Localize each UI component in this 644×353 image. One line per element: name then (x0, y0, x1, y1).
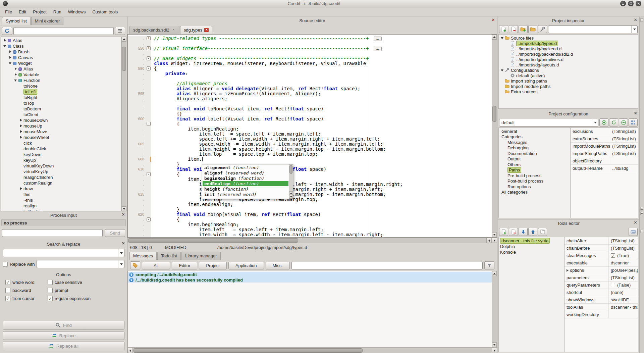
expand-arrow-icon[interactable] (8, 56, 12, 59)
message-row[interactable]: icompiling /.../build/sdg.coedit (128, 272, 492, 277)
scrollbar-thumb[interactable] (133, 348, 363, 353)
code-line[interactable]: .- { (128, 217, 492, 222)
property-row[interactable]: executabledscanner (565, 259, 638, 267)
code-line[interactable]: 595 alias Aligners = izEnumProcs!(Aligne… (128, 91, 492, 96)
tag-button[interactable] (130, 261, 140, 269)
property-value[interactable]: (TStringList) (610, 143, 638, 150)
symbol-tree-item[interactable]: Class (1, 43, 121, 49)
dock-button[interactable] (640, 18, 643, 22)
close-icon[interactable]: × (171, 28, 176, 32)
keyboard-button[interactable] (629, 228, 638, 236)
add-config-button[interactable] (599, 118, 608, 127)
property-value[interactable]: (TStringList) (610, 150, 638, 157)
title-bar[interactable]: Coedit - /.../build/sdg.coedit (0, 0, 644, 7)
message-row[interactable]: i/.../build/sdg.coedit has been successf… (128, 277, 492, 283)
code-line[interactable]: . item.beginRealign; (128, 177, 492, 182)
fold-marker[interactable]: - (147, 217, 151, 221)
project-tree-item[interactable]: ../import/sdg/backends/sdl2.d (499, 51, 638, 57)
scroll-down-icon[interactable] (122, 206, 126, 211)
code-line[interactable]: . alias Aligner = void delegate(Visual i… (128, 86, 492, 91)
funnel-button[interactable] (484, 261, 494, 269)
checkbox[interactable]: ✓ (48, 296, 53, 301)
filter-misc[interactable]: Misc. (266, 262, 290, 269)
property-row[interactable]: showWindowsswoHIDE (565, 296, 638, 304)
code-line[interactable]: . (128, 41, 492, 46)
dock-button[interactable] (640, 230, 643, 233)
property-value[interactable]: dscanner (609, 259, 638, 266)
move-up-button[interactable] (528, 228, 537, 236)
code-line[interactable]: 620 final void toTop(Visual item, ref Re… (128, 212, 492, 217)
close-icon[interactable]: × (121, 241, 126, 246)
property-value[interactable]: (TStringList) (609, 245, 638, 252)
editor-vertical-scrollbar[interactable] (492, 35, 497, 237)
symbol-tree-item[interactable]: keyDown (1, 152, 121, 157)
scroll-left-icon[interactable] (127, 348, 133, 353)
property-row[interactable]: objectDirectory (571, 157, 638, 165)
expand-arrow-icon[interactable] (19, 136, 23, 139)
menu-project[interactable]: Project (30, 8, 49, 16)
messages-vertical-scrollbar[interactable] (492, 271, 497, 347)
scrollbar-thumb[interactable] (122, 47, 126, 71)
symbol-tree-item[interactable]: toClient (1, 112, 121, 117)
config-category[interactable]: Run options (499, 184, 570, 190)
symbol-tree-item[interactable]: Canvas (1, 55, 121, 60)
filter-all[interactable]: All (142, 262, 170, 269)
code-line[interactable]: . } (128, 207, 492, 212)
clone-tool-button[interactable] (538, 228, 547, 236)
fold-marker[interactable]: + (147, 46, 151, 50)
send-button[interactable]: Send (105, 229, 125, 237)
message-filter-input[interactable] (291, 262, 483, 269)
scroll-up-icon[interactable] (492, 271, 497, 276)
expand-arrow-icon[interactable] (567, 269, 569, 272)
symbol-tree-item[interactable]: mouseWheel (1, 135, 121, 140)
completion-item[interactable]: alignement(function) (203, 165, 288, 170)
replace-button[interactable]: Replace (3, 331, 124, 340)
code-line[interactable]: .class Widget: izTreeItem, MouseListener… (128, 61, 492, 66)
property-row[interactable]: workingDirectory (565, 311, 638, 318)
refresh-symbols-button[interactable] (2, 27, 12, 35)
completion-item[interactable]: init(reserved word) (203, 192, 288, 197)
code-line[interactable]: . item.height = space.height - item.marg… (128, 147, 492, 152)
expand-arrow-icon[interactable] (8, 50, 12, 54)
code-line[interactable]: .+// Input-related types ---------------… (128, 36, 492, 41)
config-category[interactable]: Debugging (499, 145, 570, 151)
property-value[interactable] (610, 157, 638, 164)
code-line[interactable]: . space.width -= item.width + item.margi… (128, 187, 492, 192)
close-icon[interactable]: × (633, 18, 638, 23)
symbol-tree-item[interactable]: draw (1, 186, 121, 192)
symbol-tree-item[interactable]: mouseDown (1, 117, 121, 123)
maximize-button[interactable] (628, 1, 634, 6)
collapse-arrow-icon[interactable] (500, 36, 504, 40)
code-line[interactable]: . item.beginRealign; (128, 222, 492, 227)
scroll-up-icon[interactable] (122, 37, 126, 42)
code-line[interactable]: . (128, 101, 492, 106)
editor-horizontal-scrollbar[interactable] (127, 238, 497, 243)
completion-scrollbar[interactable] (289, 164, 293, 199)
property-value[interactable]: ../lib/sdg (610, 165, 638, 172)
config-category[interactable]: All categories (499, 190, 570, 195)
menu-edit[interactable]: Edit (16, 8, 29, 16)
menu-run[interactable]: Run (50, 8, 64, 16)
scroll-down-icon[interactable] (289, 195, 293, 199)
scrollbar-thumb[interactable] (289, 165, 292, 174)
clone-config-button[interactable] (609, 118, 618, 127)
expand-arrow-icon[interactable] (19, 187, 23, 191)
add-folder-button[interactable] (519, 25, 528, 33)
grid-button[interactable] (629, 118, 638, 127)
code-line[interactable]: 615 item.height = space.height - item.ma… (128, 192, 492, 197)
project-tree-item[interactable]: Extra sources (499, 89, 638, 94)
scroll-down-icon[interactable] (492, 342, 497, 347)
scroll-down-icon[interactable] (640, 212, 643, 215)
app-logo-icon[interactable] (3, 1, 8, 6)
property-value[interactable]: (False) (609, 282, 638, 289)
tab-todo-list[interactable]: Todo list (157, 252, 181, 260)
project-tree-item[interactable]: Import string paths (499, 78, 638, 84)
replace-all-button[interactable]: Replace all (3, 342, 124, 350)
symbol-tree-item[interactable]: Alias (1, 38, 121, 43)
collapse-arrow-icon[interactable] (3, 44, 7, 48)
property-value[interactable]: ✓(True) (609, 252, 638, 259)
symbol-tree-item[interactable]: ~this (1, 197, 121, 203)
property-value[interactable]: (none) (609, 289, 638, 296)
config-category[interactable]: Messages (499, 140, 570, 145)
code-line[interactable]: . Aligners aligners; (128, 96, 492, 101)
